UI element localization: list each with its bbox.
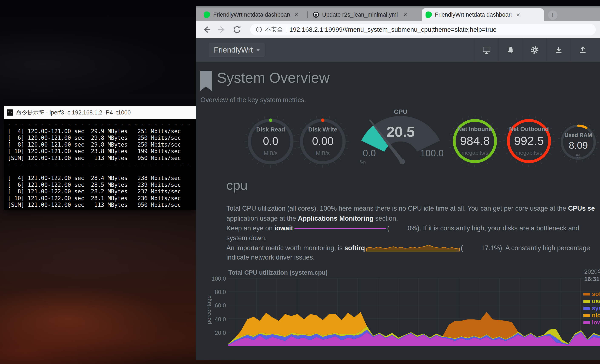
chevron-down-icon xyxy=(256,49,260,51)
y-tick: 60.0 xyxy=(200,302,226,309)
legend-item-system[interactable]: system xyxy=(583,305,600,312)
cpu-description-line: Total CPU utilization (all cores). 100% … xyxy=(226,205,595,212)
gauge-unit: % xyxy=(546,153,600,159)
terminal-line: [SUM] 120.00-121.00 sec 113 MBytes 950 M… xyxy=(8,155,192,162)
y-tick: 80.0 xyxy=(200,289,226,296)
legend-swatch xyxy=(583,314,590,317)
legend-swatch xyxy=(583,321,590,324)
terminal-line: [ 4] 121.00-122.00 sec 28.4 MBytes 238 M… xyxy=(8,175,192,182)
terminal-line: [ 4] 120.00-121.00 sec 29.9 MBytes 251 M… xyxy=(8,128,192,135)
browser-toolbar: 不安全 192.168.2.1:19999/#menu_system_subme… xyxy=(196,21,600,38)
navbar-item-import[interactable] xyxy=(547,38,571,62)
host-name: FriendlyWrt xyxy=(214,46,253,55)
reload-icon[interactable] xyxy=(232,24,242,35)
tab-label: Update r2s_lean_minimal.yml · k xyxy=(322,11,399,18)
tab-separator xyxy=(307,11,308,18)
softirq-sparkline[interactable] xyxy=(366,244,460,252)
github-favicon-icon xyxy=(313,11,319,18)
gauge-label: CPU xyxy=(369,108,432,115)
tab-github-update[interactable]: Update r2s_lean_minimal.yml · k × xyxy=(309,8,421,21)
terminal-line: [ 8] 120.00-121.00 sec 29.8 MBytes 250 M… xyxy=(8,141,192,148)
tab-close-icon[interactable]: × xyxy=(516,11,520,18)
netdata-navbar: FriendlyWrt xyxy=(196,38,600,62)
y-tick: 100.0 xyxy=(200,276,226,282)
netdata-favicon-icon xyxy=(426,11,432,18)
tab-netdata-dashboard-2-active[interactable]: FriendlyWrt netdata dashboard × xyxy=(422,8,544,21)
tab-label: FriendlyWrt netdata dashboard xyxy=(213,11,290,18)
terminal-titlebar[interactable]: C:\ 命令提示符 - iperf3 -c 192.168.1.2 -P4 -t… xyxy=(4,106,196,119)
page-title: System Overview xyxy=(217,69,329,86)
y-axis-label: percentage xyxy=(206,293,212,327)
upload-icon xyxy=(578,46,587,55)
netdata-favicon-icon xyxy=(204,11,210,18)
gauge-value: 8.09 xyxy=(546,140,600,151)
navbar-item-settings[interactable] xyxy=(523,38,547,62)
cmd-prompt-icon: C:\ xyxy=(7,109,13,116)
legend-item-user[interactable]: user xyxy=(583,298,600,305)
cpu-description-line: An important metric worth monitoring, is… xyxy=(226,244,590,252)
cpu-description-line: system down. xyxy=(226,234,267,242)
legend-swatch xyxy=(583,307,590,310)
terminal-line: [ 10] 120.00-121.00 sec 23.8 MBytes 199 … xyxy=(8,148,192,155)
terminal-window: C:\ 命令提示符 - iperf3 -c 192.168.1.2 -P4 -t… xyxy=(4,106,196,210)
terminal-line: - - - - - - - - - - - - - - - - - - - - … xyxy=(8,121,192,128)
cpu-description-line: application usage at the Applications Mo… xyxy=(226,215,398,222)
forward-icon[interactable] xyxy=(216,24,227,35)
security-label[interactable]: 不安全 xyxy=(265,26,283,34)
terminal-output: - - - - - - - - - - - - - - - - - - - - … xyxy=(4,119,196,210)
new-tab-button[interactable]: + xyxy=(548,10,557,20)
desktop: { "terminal": { "title": "命令提示符 - iperf3… xyxy=(0,0,600,364)
section-heading-cpu: cpu xyxy=(226,178,248,193)
gauge-unit: % xyxy=(360,159,366,166)
gauge-label: Used RAM xyxy=(546,132,600,139)
disk-read-dot xyxy=(269,119,272,122)
back-icon[interactable] xyxy=(202,24,212,35)
legend-swatch xyxy=(583,300,590,303)
disk-write-dot xyxy=(321,119,324,122)
url-text[interactable]: 192.168.2.1:19999/#menu_system_submenu_c… xyxy=(289,26,497,33)
chart-title: Total CPU utilization (system.cpu) xyxy=(228,269,328,276)
netdata-content: System Overview Overview of the key syst… xyxy=(196,62,600,340)
terminal-title: 命令提示符 - iperf3 -c 192.168.1.2 -P4 -t1000 xyxy=(16,109,131,116)
cpu-utilization-chart[interactable] xyxy=(228,278,600,346)
tab-close-icon[interactable]: × xyxy=(403,11,407,18)
navbar-item-monitor[interactable] xyxy=(474,38,498,62)
gauge-min: 0.0 xyxy=(363,148,376,159)
info-icon[interactable] xyxy=(256,26,262,33)
page-subtitle: Overview of the key system metrics. xyxy=(200,96,306,104)
browser-window: FriendlyWrt netdata dashboard × Update r… xyxy=(196,6,600,360)
bookmark-icon xyxy=(200,71,212,91)
cpu-description-line: indicate network driver issues. xyxy=(226,254,315,261)
terminal-line: [ 8] 121.00-122.00 sec 28.2 MBytes 237 M… xyxy=(8,188,192,195)
gauge-value: 20.5 xyxy=(369,123,432,140)
browser-tabstrip: FriendlyWrt netdata dashboard × Update r… xyxy=(196,6,600,21)
cpus-link[interactable]: CPUs se xyxy=(568,205,595,212)
legend-item-iowait[interactable]: iowait xyxy=(583,319,600,326)
y-tick: 20.0 xyxy=(200,330,226,336)
url-separator xyxy=(286,26,286,33)
gear-icon xyxy=(530,46,539,55)
navbar-item-alarms[interactable] xyxy=(498,38,523,62)
terminal-line: [ 6] 120.00-121.00 sec 29.8 MBytes 250 M… xyxy=(8,135,192,141)
legend-swatch xyxy=(583,293,590,296)
cpu-description-line: Keep an eye on iowait(0%). If it is cons… xyxy=(226,224,579,232)
terminal-line: - - - - - - - - - - - - - - - - - - - - … xyxy=(8,161,192,168)
host-dropdown-button[interactable]: FriendlyWrt xyxy=(209,43,265,57)
gauge-unit: MiB/s xyxy=(291,150,355,157)
terminal-line: [SUM] 121.00-122.00 sec 113 MBytes 950 M… xyxy=(8,202,192,208)
applications-monitoring-link[interactable]: Applications Monitoring xyxy=(298,215,373,222)
terminal-line: [ 6] 121.00-122.00 sec 28.5 MBytes 239 M… xyxy=(8,182,192,188)
terminal-line xyxy=(8,168,192,175)
gauge-label: Net Outbound xyxy=(497,126,561,132)
download-icon xyxy=(554,46,563,55)
terminal-line: [ 10] 121.00-122.00 sec 28.1 MBytes 236 … xyxy=(8,195,192,202)
legend-item-softirq[interactable]: softirq xyxy=(583,291,600,298)
tab-close-icon[interactable]: × xyxy=(294,11,298,18)
y-tick: 40.0 xyxy=(200,316,226,323)
tab-netdata-dashboard-1[interactable]: FriendlyWrt netdata dashboard × xyxy=(200,8,308,21)
navbar-item-export[interactable] xyxy=(571,38,595,62)
monitor-icon xyxy=(482,46,491,55)
iowait-sparkline[interactable] xyxy=(294,228,386,229)
legend-item-nice[interactable]: nice xyxy=(583,312,600,319)
address-bar[interactable]: 不安全 192.168.2.1:19999/#menu_system_subme… xyxy=(250,24,596,35)
